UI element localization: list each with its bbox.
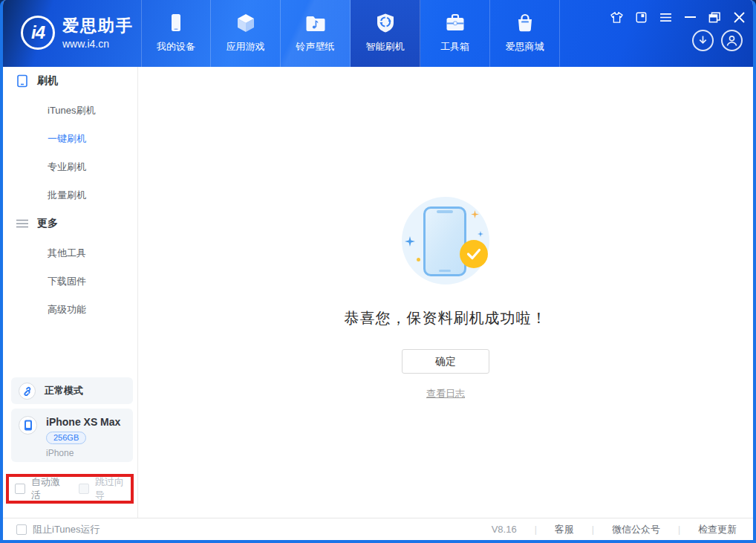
view-log-link[interactable]: 查看日志 xyxy=(426,387,465,400)
sidebar-item-itunes-flash[interactable]: iTunes刷机 xyxy=(48,104,96,117)
mini-window-icon[interactable] xyxy=(634,10,648,24)
sidebar-item-batch-flash[interactable]: 批量刷机 xyxy=(48,189,86,202)
success-message: 恭喜您，保资料刷机成功啦！ xyxy=(345,308,547,328)
window-controls xyxy=(610,10,746,24)
tab-ringtones-wallpapers[interactable]: 铃声壁纸 xyxy=(281,0,351,67)
menu-lines-icon xyxy=(16,219,28,228)
mode-panel[interactable]: 正常模式 xyxy=(11,377,133,404)
app-title: 爱思助手 xyxy=(62,15,134,37)
app-url: www.i4.cn xyxy=(62,38,134,50)
device-info: iPhone XS Max 256GB iPhone xyxy=(46,416,120,458)
skip-setup-checkbox[interactable] xyxy=(79,484,89,494)
skip-setup-label: 跳过向导 xyxy=(95,475,131,502)
device-panel[interactable]: iPhone XS Max 256GB iPhone xyxy=(11,409,133,462)
tab-label: 铃声壁纸 xyxy=(296,40,335,53)
tab-smart-flash[interactable]: 智能刷机 xyxy=(351,0,420,67)
success-block: 恭喜您，保资料刷机成功啦！ 确定 查看日志 xyxy=(138,67,753,400)
phone-illustration-icon xyxy=(423,207,466,276)
sidebar: 刷机 iTunes刷机 一键刷机 专业刷机 批量刷机 更多 其他工具 下载固件 … xyxy=(3,67,138,518)
link-icon xyxy=(19,383,36,400)
main-content: 恭喜您，保资料刷机成功啦！ 确定 查看日志 xyxy=(138,67,753,518)
sidebar-item-other-tools[interactable]: 其他工具 xyxy=(48,247,86,260)
shield-refresh-icon xyxy=(374,12,397,34)
account-icon[interactable] xyxy=(721,30,743,51)
tab-my-devices[interactable]: 我的设备 xyxy=(141,0,211,67)
sidebar-item-pro-flash[interactable]: 专业刷机 xyxy=(48,160,86,174)
theme-icon[interactable] xyxy=(610,10,623,24)
logo-text: 爱思助手 www.i4.cn xyxy=(62,15,134,50)
sidebar-item-advanced-features[interactable]: 高级功能 xyxy=(48,303,86,316)
tab-label: 爱思商城 xyxy=(506,40,544,53)
sparkle-dot-icon xyxy=(417,258,420,261)
main-nav: 我的设备 应用游戏 铃声壁纸 xyxy=(141,0,560,67)
logo-mark: i4 xyxy=(31,22,45,43)
menu-icon[interactable] xyxy=(659,10,672,24)
block-itunes-label: 阻止iTunes运行 xyxy=(33,523,100,536)
device-capacity-badge: 256GB xyxy=(46,432,86,444)
check-update-link[interactable]: 检查更新 xyxy=(698,523,737,536)
auto-activate-label: 自动激活 xyxy=(31,475,67,502)
shopping-bag-icon xyxy=(514,12,536,34)
wechat-account-link[interactable]: 微信公众号 xyxy=(612,523,660,536)
music-folder-icon xyxy=(304,12,327,34)
maximize-icon[interactable] xyxy=(708,10,721,24)
divider: | xyxy=(592,524,594,535)
phone-icon xyxy=(165,12,187,34)
download-icon[interactable] xyxy=(692,30,714,51)
success-check-icon xyxy=(460,240,488,268)
device-type: iPhone xyxy=(46,448,120,458)
statusbar-links: V8.16 | 客服 | 微信公众号 | 检查更新 xyxy=(492,523,737,536)
tab-label: 我的设备 xyxy=(157,40,195,53)
divider: | xyxy=(535,524,537,535)
quick-actions xyxy=(692,30,743,51)
tab-label: 智能刷机 xyxy=(366,40,405,53)
app-window: i4 爱思助手 www.i4.cn 我的设备 应 xyxy=(0,0,756,543)
tab-i4-mall[interactable]: 爱思商城 xyxy=(490,0,560,67)
tab-apps-games[interactable]: 应用游戏 xyxy=(211,0,281,67)
tab-label: 应用游戏 xyxy=(227,40,265,53)
status-bar: 阻止iTunes运行 V8.16 | 客服 | 微信公众号 | 检查更新 xyxy=(3,518,753,540)
auto-activate-checkbox[interactable] xyxy=(15,484,25,494)
confirm-button[interactable]: 确定 xyxy=(402,349,489,374)
phone-outline-icon xyxy=(16,74,28,88)
sidebar-item-one-click-flash[interactable]: 一键刷机 xyxy=(48,132,86,146)
sidebar-section-more[interactable]: 更多 xyxy=(16,217,58,230)
tab-toolbox[interactable]: 工具箱 xyxy=(420,0,490,67)
mode-label: 正常模式 xyxy=(45,384,83,397)
briefcase-icon xyxy=(444,12,466,34)
device-name: iPhone XS Max xyxy=(46,416,120,428)
sidebar-item-download-firmware[interactable]: 下载固件 xyxy=(48,275,86,288)
section-label: 刷机 xyxy=(37,74,58,88)
annotation-box: 自动激活 跳过向导 xyxy=(6,474,134,504)
i4-logo-icon: i4 xyxy=(21,16,55,50)
divider: | xyxy=(678,524,680,535)
app-header: i4 爱思助手 www.i4.cn 我的设备 应 xyxy=(0,0,756,67)
version-label: V8.16 xyxy=(492,524,517,535)
auto-activate-option[interactable]: 自动激活 xyxy=(15,475,67,502)
app-logo[interactable]: i4 爱思助手 www.i4.cn xyxy=(21,15,134,50)
sidebar-section-flash[interactable]: 刷机 xyxy=(16,74,58,88)
section-label: 更多 xyxy=(37,217,58,230)
close-icon[interactable] xyxy=(732,10,746,24)
device-phone-icon xyxy=(19,416,37,435)
skip-setup-option[interactable]: 跳过向导 xyxy=(79,475,131,502)
success-illustration xyxy=(402,197,489,284)
tab-label: 工具箱 xyxy=(440,40,469,53)
block-itunes-option[interactable]: 阻止iTunes运行 xyxy=(16,523,100,536)
cube-icon xyxy=(235,12,257,34)
minimize-icon[interactable] xyxy=(683,10,697,24)
phone-notch xyxy=(437,210,453,213)
customer-service-link[interactable]: 客服 xyxy=(555,523,574,536)
block-itunes-checkbox[interactable] xyxy=(16,524,27,535)
phone-homebar xyxy=(439,270,451,272)
